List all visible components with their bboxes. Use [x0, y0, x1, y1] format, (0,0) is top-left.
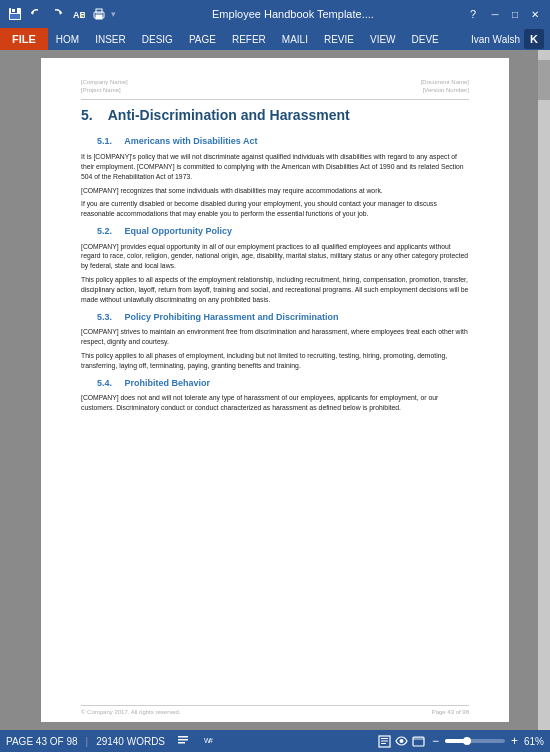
ribbon: FILE HOM INSER DESIG PAGE REFER MAILI RE… — [0, 28, 550, 50]
subsection-5-1-para-2: [COMPANY] recognizes that some individua… — [81, 186, 469, 196]
user-name: Ivan Walsh — [471, 34, 520, 45]
footer-copyright: © Company 2017. All rights reserved. — [81, 708, 180, 716]
company-name-header: [Company Name] — [81, 78, 128, 86]
svg-rect-18 — [381, 740, 388, 741]
view-icons[interactable] — [378, 734, 426, 748]
word-count: 29140 WORDS — [96, 736, 165, 747]
section-heading: Anti-Discrimination and Harassment — [108, 107, 350, 123]
svg-text:#: # — [209, 737, 213, 744]
ribbon-tabs: HOM INSER DESIG PAGE REFER MAILI REVIE V… — [48, 28, 471, 50]
section-number: 5. — [81, 107, 93, 123]
subsection-5-3-number: 5.3. — [97, 312, 112, 322]
tab-references[interactable]: REFER — [224, 28, 274, 50]
maximize-button[interactable]: □ — [506, 6, 524, 22]
subsection-5-2-number: 5.2. — [97, 226, 112, 236]
subsection-5-2-heading: Equal Opportunity Policy — [125, 226, 233, 236]
status-right: − + 61% — [378, 734, 544, 748]
save-icon[interactable] — [6, 5, 24, 23]
user-avatar[interactable]: K — [524, 29, 544, 49]
page-header: [Company Name] [Project Name] [Document … — [81, 78, 469, 100]
help-icon[interactable]: ? — [470, 8, 476, 20]
undo-icon[interactable] — [27, 5, 45, 23]
subsection-5-3-para-1: [COMPANY] strives to maintain an environ… — [81, 327, 469, 347]
zoom-level: 61% — [524, 736, 544, 747]
title-text: Employee Handbook Template.... — [120, 8, 466, 20]
tab-page[interactable]: PAGE — [181, 28, 224, 50]
subsection-5-4-heading: Prohibited Behavior — [125, 378, 211, 388]
page-indicator: PAGE 43 OF 98 — [6, 736, 78, 747]
spellcheck-icon[interactable]: ABC ✓ — [69, 5, 87, 23]
zoom-thumb[interactable] — [463, 737, 471, 745]
svg-text:✓: ✓ — [80, 12, 85, 19]
redo-icon[interactable] — [48, 5, 66, 23]
scroll-thumb[interactable] — [538, 60, 550, 100]
subsection-5-1-number: 5.1. — [97, 136, 112, 146]
tab-developer[interactable]: DEVE — [404, 28, 447, 50]
print-icon[interactable] — [90, 5, 108, 23]
header-left: [Company Name] [Project Name] — [81, 78, 128, 95]
ribbon-tab-row: FILE HOM INSER DESIG PAGE REFER MAILI RE… — [0, 28, 550, 50]
svg-rect-11 — [178, 736, 188, 738]
svg-rect-13 — [178, 742, 185, 744]
svg-rect-19 — [381, 743, 386, 744]
word-count-icon: W# — [203, 733, 217, 749]
user-area: Ivan Walsh K — [471, 28, 550, 50]
toolbar-icons[interactable]: ABC ✓ ▾ — [6, 5, 116, 23]
file-tab[interactable]: FILE — [0, 28, 48, 50]
footer-page-info: Page 43 of 98 — [432, 708, 469, 716]
tab-mailings[interactable]: MAILI — [274, 28, 316, 50]
version-number-header: [Version Number] — [423, 86, 469, 94]
subsection-5-3-para-2: This policy applies to all phases of emp… — [81, 351, 469, 371]
tab-home[interactable]: HOM — [48, 28, 87, 50]
subsection-5-2-title: 5.2. Equal Opportunity Policy — [97, 225, 469, 239]
page-footer: © Company 2017. All rights reserved. Pag… — [81, 705, 469, 716]
title-bar: ABC ✓ ▾ Employee Handbook Template.... ?… — [0, 0, 550, 28]
zoom-slider[interactable] — [445, 739, 505, 743]
read-mode-view-icon[interactable] — [395, 734, 409, 748]
tab-view[interactable]: VIEW — [362, 28, 404, 50]
subsection-5-4-para-1: [COMPANY] does not and will not tolerate… — [81, 393, 469, 413]
subsection-5-1-heading: Americans with Disabilities Act — [124, 136, 257, 146]
zoom-in-button[interactable]: + — [511, 734, 518, 748]
subsection-5-3-title: 5.3. Policy Prohibiting Harassment and D… — [97, 311, 469, 325]
web-layout-view-icon[interactable] — [412, 734, 426, 748]
header-right: [Document Name] [Version Number] — [421, 78, 469, 95]
minimize-button[interactable]: ─ — [486, 6, 504, 22]
track-changes-icon — [177, 733, 191, 749]
svg-rect-2 — [12, 9, 15, 12]
subsection-5-2-para-2: This policy applies to all aspects of th… — [81, 275, 469, 305]
subsection-5-3-heading: Policy Prohibiting Harassment and Discri… — [125, 312, 339, 322]
document-area: [Company Name] [Project Name] [Document … — [0, 50, 550, 730]
subsection-5-2-para-1: [COMPANY] provides equal opportunity in … — [81, 242, 469, 272]
scrollbar[interactable] — [538, 50, 550, 730]
svg-rect-22 — [413, 737, 424, 740]
svg-rect-9 — [96, 15, 102, 19]
subsection-5-1-para-1: It is [COMPANY]'s policy that we will no… — [81, 152, 469, 182]
subsection-5-4-number: 5.4. — [97, 378, 112, 388]
print-layout-view-icon[interactable] — [378, 734, 392, 748]
tab-review[interactable]: REVIE — [316, 28, 362, 50]
window-controls[interactable]: ─ □ ✕ — [486, 6, 544, 22]
section-title: 5. Anti-Discrimination and Harassment — [81, 106, 469, 128]
document-name-header: [Document Name] — [421, 78, 469, 86]
subsection-5-1-title: 5.1. Americans with Disabilities Act — [97, 135, 469, 149]
tab-insert[interactable]: INSER — [87, 28, 134, 50]
svg-rect-12 — [178, 739, 188, 741]
subsection-5-1-para-3: If you are currently disabled or become … — [81, 199, 469, 219]
svg-rect-17 — [381, 738, 388, 739]
tab-design[interactable]: DESIG — [134, 28, 181, 50]
zoom-out-button[interactable]: − — [432, 734, 439, 748]
svg-point-20 — [400, 739, 404, 743]
subsection-5-4-title: 5.4. Prohibited Behavior — [97, 377, 469, 391]
project-name-header: [Project Name] — [81, 86, 128, 94]
close-button[interactable]: ✕ — [526, 6, 544, 22]
page: [Company Name] [Project Name] [Document … — [41, 58, 509, 722]
svg-rect-3 — [10, 14, 20, 19]
status-bar: PAGE 43 OF 98 | 29140 WORDS W# − + 61% — [0, 730, 550, 752]
